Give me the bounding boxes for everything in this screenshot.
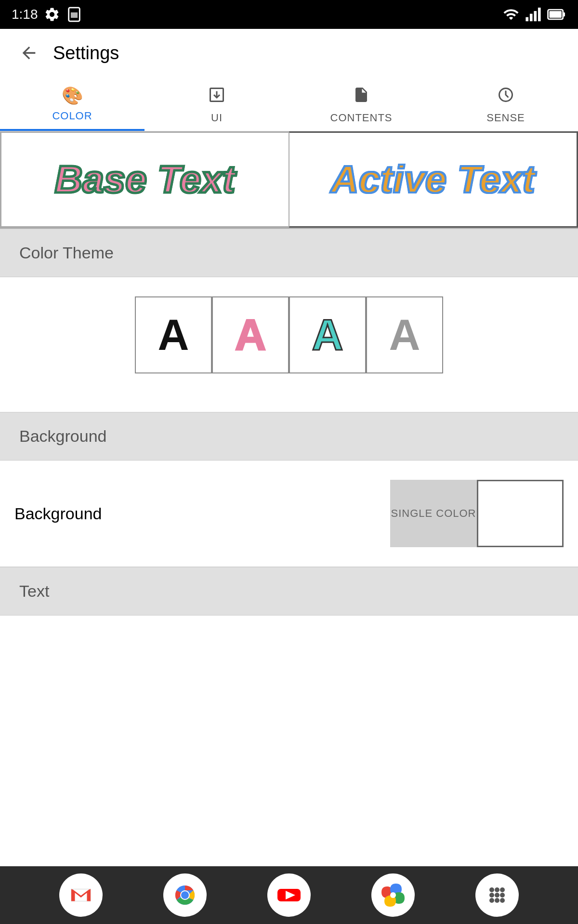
- battery-icon: [547, 6, 566, 23]
- status-bar: 1:18: [0, 0, 578, 29]
- youtube-icon: [275, 881, 303, 910]
- color-theme-section-header: Color Theme: [0, 229, 578, 277]
- preview-section: Base Text Active Text: [0, 131, 578, 229]
- gmail-icon: [66, 881, 95, 910]
- preview-active[interactable]: Active Text: [289, 131, 578, 228]
- tab-contents[interactable]: CONTENTS: [289, 77, 434, 131]
- status-time: 1:18: [12, 7, 38, 22]
- bottom-nav: [0, 866, 578, 924]
- svg-point-28: [500, 893, 505, 898]
- tab-contents-label: CONTENTS: [330, 112, 393, 124]
- nav-launcher[interactable]: [475, 873, 519, 917]
- svg-point-16: [181, 891, 189, 899]
- launcher-icon: [483, 881, 512, 910]
- chrome-icon: [171, 881, 199, 910]
- tab-color-label: COLOR: [52, 110, 92, 122]
- tab-ui-label: UI: [211, 112, 223, 124]
- svg-rect-1: [70, 13, 77, 18]
- svg-point-26: [489, 893, 494, 898]
- document-icon: [353, 86, 370, 108]
- nav-youtube[interactable]: [267, 873, 311, 917]
- wifi-icon: [503, 6, 519, 23]
- theme-letter-teal: A: [312, 310, 343, 360]
- color-theme-label: Color Theme: [19, 244, 114, 262]
- theme-option-teal[interactable]: A: [289, 296, 366, 373]
- clock-icon: [497, 86, 514, 108]
- svg-rect-2: [525, 17, 528, 22]
- preview-base[interactable]: Base Text: [0, 131, 289, 228]
- theme-option-pink[interactable]: A: [212, 296, 289, 373]
- nav-photos[interactable]: [371, 873, 415, 917]
- base-text-preview: Base Text: [55, 157, 236, 202]
- background-section-header: Background: [0, 412, 578, 461]
- svg-rect-5: [538, 8, 541, 21]
- sim-icon: [66, 6, 82, 23]
- svg-point-24: [495, 887, 499, 892]
- page-title: Settings: [53, 43, 119, 64]
- background-row: Background SINGLE COLOR: [0, 461, 578, 567]
- nav-gmail[interactable]: [59, 873, 103, 917]
- text-section-header: Text: [0, 567, 578, 616]
- status-left: 1:18: [12, 6, 82, 23]
- photos-icon: [379, 881, 407, 910]
- color-theme-grid: A A A A: [0, 277, 578, 393]
- theme-letter-pink: A: [235, 310, 266, 360]
- bg-option-white[interactable]: [477, 480, 564, 547]
- bg-option-single-color[interactable]: SINGLE COLOR: [390, 480, 477, 547]
- tab-ui[interactable]: UI: [144, 77, 289, 131]
- background-row-label: Background: [14, 504, 102, 523]
- signal-icon: [525, 6, 541, 23]
- nav-chrome[interactable]: [163, 873, 207, 917]
- svg-rect-3: [530, 14, 533, 22]
- back-button[interactable]: [14, 38, 43, 67]
- svg-rect-8: [549, 11, 562, 18]
- theme-option-gray[interactable]: A: [366, 296, 443, 373]
- top-bar: Settings: [0, 29, 578, 77]
- status-right: [503, 6, 566, 23]
- active-text-preview: Active Text: [331, 157, 535, 202]
- text-section-label: Text: [19, 582, 49, 600]
- tab-bar: 🎨 COLOR UI CONTENTS SENSE: [0, 77, 578, 131]
- background-label: Background: [19, 427, 106, 445]
- theme-letter-black: A: [158, 310, 189, 360]
- svg-rect-7: [563, 13, 565, 17]
- svg-rect-4: [534, 11, 537, 21]
- svg-point-23: [489, 887, 494, 892]
- background-options: SINGLE COLOR: [390, 480, 564, 547]
- svg-point-30: [495, 898, 499, 903]
- svg-point-31: [500, 898, 505, 903]
- svg-point-25: [500, 887, 505, 892]
- theme-letter-gray: A: [389, 310, 420, 360]
- tab-sense[interactable]: SENSE: [434, 77, 578, 131]
- single-color-label: SINGLE COLOR: [391, 507, 476, 520]
- download-box-icon: [208, 86, 225, 108]
- palette-icon: 🎨: [62, 86, 83, 106]
- svg-point-21: [390, 892, 396, 898]
- svg-point-27: [495, 893, 499, 898]
- tab-color[interactable]: 🎨 COLOR: [0, 77, 144, 131]
- tab-sense-label: SENSE: [486, 112, 525, 124]
- settings-icon: [44, 6, 60, 23]
- svg-point-29: [489, 898, 494, 903]
- theme-option-black[interactable]: A: [135, 296, 212, 373]
